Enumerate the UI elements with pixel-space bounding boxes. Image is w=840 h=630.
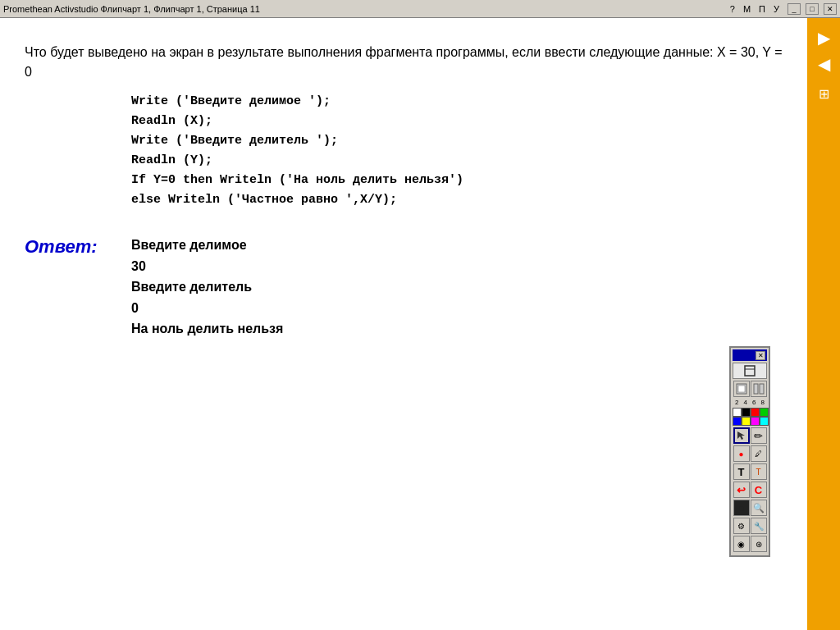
titlebar-controls: ? М П У _ □ ✕ xyxy=(730,3,837,15)
settings-button[interactable]: ⚙ xyxy=(733,518,750,534)
color-white[interactable] xyxy=(733,408,742,417)
toolbar-tools-row3: T T xyxy=(733,463,767,480)
extra-button2[interactable]: ⊛ xyxy=(751,536,767,552)
help-button[interactable]: ? xyxy=(730,4,735,14)
toolbar-tools-row7: ◉ ⊛ xyxy=(733,536,767,552)
size-8[interactable]: 8 xyxy=(761,399,765,406)
code-line-1: Write ('Введите делимое '); xyxy=(131,92,783,112)
code-line-6: else Writeln ('Частное равно ',X/Y); xyxy=(131,190,783,210)
code-block: Write ('Введите делимое '); Readln (X); … xyxy=(131,92,783,210)
code-line-3: Write ('Введите делитель '); xyxy=(131,131,783,151)
m-button[interactable]: М xyxy=(743,4,751,14)
toolbar-view-btn2[interactable] xyxy=(751,381,767,397)
answer-line-4: 0 xyxy=(131,298,283,319)
svg-rect-3 xyxy=(738,386,745,392)
toolbar-page-btn[interactable] xyxy=(733,363,767,379)
close-button[interactable]: ✕ xyxy=(824,3,837,15)
answer-label: Ответ: xyxy=(25,236,107,258)
color-cyan[interactable] xyxy=(760,417,769,426)
titlebar-left: Promethean Activstudio Флипчарт 1, Флипч… xyxy=(3,4,260,14)
right-sidebar: ▶ ◀ ⊞ xyxy=(807,18,840,630)
svg-rect-5 xyxy=(760,384,764,394)
answer-line-2: 30 xyxy=(131,256,283,277)
redo-button[interactable]: C xyxy=(751,482,767,498)
toolbar-tools-row5: ■ 🔍 xyxy=(733,500,767,516)
answer-content: Введите делимое 30 Введите делитель 0 На… xyxy=(131,235,283,340)
toolbar-titlebar: ✕ xyxy=(733,349,767,361)
text-tool-button[interactable]: T xyxy=(733,463,750,480)
answer-section: Ответ: Введите делимое 30 Введите делите… xyxy=(25,235,783,340)
pen-tool-button[interactable]: ✏ xyxy=(751,427,767,444)
question-content: Что будет выведено на экран в результате… xyxy=(25,45,782,79)
code-line-4: Readln (Y); xyxy=(131,151,783,171)
color-yellow[interactable] xyxy=(742,417,751,426)
toolbar-tools-row1: ✏ xyxy=(733,427,767,444)
toolbar-tools-row2: ● 🖊 xyxy=(733,445,767,462)
zoom-button[interactable]: 🔍 xyxy=(751,500,767,516)
pen2-tool-button[interactable]: 🖊 xyxy=(751,445,767,462)
toolbar-view-row xyxy=(733,381,767,397)
color-black[interactable] xyxy=(742,408,751,417)
fill-tool-button[interactable]: ● xyxy=(733,445,750,462)
p-button[interactable]: П xyxy=(759,4,765,14)
size-4[interactable]: 4 xyxy=(744,399,747,406)
color-blue[interactable] xyxy=(733,417,742,426)
titlebar: Promethean Activstudio Флипчарт 1, Флипч… xyxy=(0,0,840,18)
color-magenta[interactable] xyxy=(751,417,760,426)
titlebar-title: Promethean Activstudio Флипчарт 1, Флипч… xyxy=(3,4,260,14)
content-area: Что будет выведено на экран в результате… xyxy=(0,18,807,630)
toolbar-size-row: 2 4 6 8 xyxy=(733,399,767,406)
toolbar-view-btn1[interactable] xyxy=(733,381,750,397)
next-page-button[interactable]: ▶ xyxy=(810,26,837,49)
prev-page-button[interactable]: ◀ xyxy=(810,52,837,75)
pointer-tool-button[interactable] xyxy=(733,427,750,444)
maximize-button[interactable]: □ xyxy=(806,3,819,15)
svg-marker-6 xyxy=(737,431,745,440)
size-2[interactable]: 2 xyxy=(735,399,738,406)
minimize-button[interactable]: _ xyxy=(788,3,801,15)
toolbar-tools-row6: ⚙ 🔧 xyxy=(733,518,767,534)
grid-button[interactable]: ⊞ xyxy=(810,82,837,105)
answer-line-1: Введите делимое xyxy=(131,235,283,256)
y-button[interactable]: У xyxy=(774,4,779,14)
code-line-5: If Y=0 then Writeln ('На ноль делить нел… xyxy=(131,171,783,190)
tools-button[interactable]: 🔧 xyxy=(751,518,767,534)
toolbar-color-row xyxy=(733,408,770,426)
code-line-2: Readln (X); xyxy=(131,112,783,131)
size-6[interactable]: 6 xyxy=(752,399,756,406)
question-text: Что будет выведено на экран в результате… xyxy=(25,43,783,82)
color-red[interactable] xyxy=(751,408,760,417)
undo-button[interactable]: ↩ xyxy=(733,482,750,498)
color-green[interactable] xyxy=(760,408,769,417)
answer-line-3: Введите делитель xyxy=(131,276,283,298)
svg-rect-0 xyxy=(745,366,755,376)
floating-toolbar: ✕ 2 4 6 8 xyxy=(729,346,770,557)
text2-tool-button[interactable]: T xyxy=(751,463,767,480)
extra-button1[interactable]: ◉ xyxy=(733,536,750,552)
svg-rect-4 xyxy=(754,384,758,394)
black-sq-button[interactable]: ■ xyxy=(733,500,750,516)
toolbar-tools-row4: ↩ C xyxy=(733,482,767,498)
main-layout: Что будет выведено на экран в результате… xyxy=(0,18,840,630)
answer-line-5: На ноль делить нельзя xyxy=(131,318,283,340)
toolbar-nav-row xyxy=(733,363,767,379)
toolbar-close-button[interactable]: ✕ xyxy=(756,351,765,360)
